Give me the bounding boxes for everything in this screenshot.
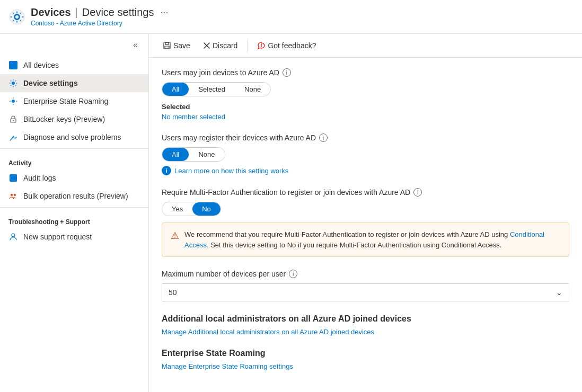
feedback-label: Got feedback? [268,41,316,50]
diagnose-icon [8,132,18,142]
mfa-warning-box: ⚠ We recommend that you require Multi-Fa… [162,222,569,257]
svg-rect-9 [165,42,169,44]
new-support-icon [8,232,18,242]
join-devices-all-option[interactable]: All [162,83,189,96]
sidebar-item-all-devices[interactable]: All devices [0,56,148,74]
page-title: Device settings [82,6,154,19]
activity-section-label: Activity [0,151,148,169]
sidebar: « All devices Device settings [0,34,149,392]
enterprise-state-icon [8,96,18,106]
learn-more-icon: i [162,166,171,175]
save-icon [163,41,171,50]
header-text: Devices | Device settings ··· Contoso - … [31,6,168,27]
diagnose-label: Diagnose and solve problems [23,133,121,141]
support-nav: New support request [0,228,148,246]
sidebar-item-bitlocker[interactable]: BitLocker keys (Preview) [0,110,148,128]
mfa-label: Require Multi-Factor Authentication to r… [162,188,569,197]
troubleshooting-section-label: Troubleshooting + Support [0,210,148,228]
register-devices-toggle: All None [162,147,225,162]
manage-enterprise-state-link[interactable]: Manage Enterprise State Roaming settings [162,362,569,370]
max-devices-section: Maximum number of devices per user i 50 … [162,270,569,301]
toolbar-divider [247,39,248,52]
sidebar-divider-1 [0,148,148,149]
dropdown-chevron-icon: ⌄ [556,288,562,297]
save-label: Save [173,41,190,50]
bitlocker-label: BitLocker keys (Preview) [23,115,105,123]
header-separator: | [75,6,78,19]
enterprise-state-roaming-section: Enterprise State Roaming Manage Enterpri… [162,349,569,370]
join-devices-section: Users may join devices to Azure AD i All… [162,68,569,121]
svg-point-4 [13,120,14,121]
svg-rect-10 [165,46,169,48]
join-devices-selected-option[interactable]: Selected [189,83,235,96]
bulk-operations-label: Bulk operation results (Preview) [23,192,128,200]
svg-point-6 [14,194,16,196]
feedback-icon [257,41,266,50]
warning-text: We recommend that you require Multi-Fact… [184,229,560,250]
app-header: Devices | Device settings ··· Contoso - … [0,0,582,34]
learn-more-section: i Learn more on how this setting works [162,166,569,175]
learn-more-link[interactable]: Learn more on how this setting works [174,167,288,175]
join-devices-none-option[interactable]: None [235,83,270,96]
breadcrumb[interactable]: Contoso - Azure Active Directory [31,20,168,27]
max-devices-label: Maximum number of devices per user i [162,270,569,278]
feedback-button[interactable]: Got feedback? [252,38,321,53]
register-devices-section: Users may register their devices with Az… [162,133,569,175]
svg-point-1 [12,82,15,85]
app-icon [8,8,25,25]
selected-label: Selected [162,103,569,111]
sidebar-item-diagnose[interactable]: Diagnose and solve problems [0,128,148,146]
device-settings-label: Device settings [23,79,78,87]
register-all-option[interactable]: All [162,148,189,161]
warning-triangle-icon: ⚠ [171,230,179,242]
device-settings-icon [8,78,18,88]
register-devices-info-icon[interactable]: i [319,133,328,142]
mfa-toggle: Yes No [162,202,221,216]
join-devices-label: Users may join devices to Azure AD i [162,68,569,77]
audit-logs-icon [8,173,18,183]
settings-content: Users may join devices to Azure AD i All… [149,58,582,392]
max-devices-value: 50 [169,288,177,297]
sidebar-collapse-area: « [0,34,148,56]
enterprise-state-roaming-heading: Enterprise State Roaming [162,349,569,358]
app-title: Devices [31,6,71,19]
collapse-button[interactable]: « [129,38,142,52]
sidebar-divider-2 [0,207,148,208]
discard-button[interactable]: Discard [198,38,243,53]
manage-additional-admins-link[interactable]: Manage Additional local administrators o… [162,328,569,336]
register-devices-label: Users may register their devices with Az… [162,133,569,142]
mfa-info-icon[interactable]: i [413,188,422,197]
no-member-link[interactable]: No member selected [162,113,569,121]
toolbar: Save Discard Got feedback? [149,34,582,58]
mfa-yes-option[interactable]: Yes [162,202,192,216]
all-devices-icon [8,60,18,70]
additional-admins-section: Additional local administrators on all A… [162,314,569,336]
join-devices-info-icon[interactable]: i [283,68,291,77]
sidebar-item-audit-logs[interactable]: Audit logs [0,169,148,187]
header-ellipsis-btn[interactable]: ··· [160,7,168,18]
mfa-section: Require Multi-Factor Authentication to r… [162,188,569,257]
sidebar-item-device-settings[interactable]: Device settings [0,74,148,92]
bulk-operations-icon [8,191,18,201]
sidebar-item-bulk-operations[interactable]: Bulk operation results (Preview) [0,187,148,205]
sidebar-nav: All devices Device settings [0,56,148,146]
sidebar-item-enterprise-state-roaming[interactable]: Enterprise State Roaming [0,92,148,110]
sidebar-item-new-support[interactable]: New support request [0,228,148,246]
svg-point-5 [11,194,13,196]
activity-nav: Audit logs Bulk operation results (Previ… [0,169,148,205]
join-devices-toggle: All Selected None [162,82,271,96]
additional-admins-heading: Additional local administrators on all A… [162,314,569,324]
discard-icon [203,42,210,49]
max-devices-dropdown[interactable]: 50 ⌄ [162,283,569,301]
register-none-option[interactable]: None [189,148,224,161]
max-devices-info-icon[interactable]: i [289,270,297,278]
bitlocker-icon [8,114,18,124]
mfa-no-option[interactable]: No [192,202,221,216]
svg-point-7 [12,234,15,237]
audit-logs-label: Audit logs [23,174,56,182]
all-devices-label: All devices [23,61,59,69]
save-button[interactable]: Save [157,38,196,53]
new-support-label: New support request [23,233,92,241]
discard-label: Discard [213,41,237,50]
enterprise-state-label: Enterprise State Roaming [23,97,108,105]
